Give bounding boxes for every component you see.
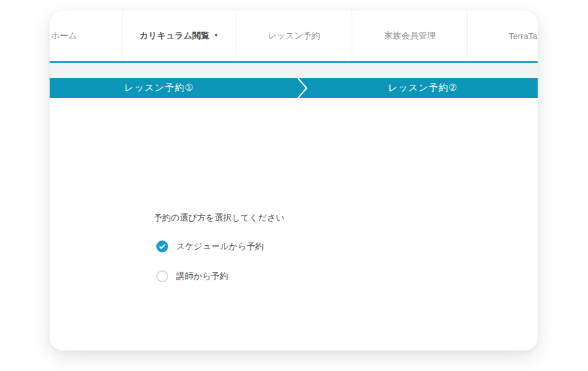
chevron-down-icon: ▼ [213, 33, 219, 38]
top-navigation: ホーム カリキュラム閲覧 ▼ レッスン予約 家族会員管理 TerraTalk [50, 11, 538, 61]
nav-tab-family-management-label: 家族会員管理 [384, 30, 436, 42]
nav-tab-family-management[interactable]: 家族会員管理 [352, 11, 468, 61]
reservation-body: 予約の選び方を選択してください スケジュールから予約 講師から予約 戻る 次へ [50, 98, 538, 350]
radio-option-instructor-label: 講師から予約 [176, 270, 228, 282]
nav-tab-lesson-reservation-label: レッスン予約 [268, 30, 320, 42]
radio-checked-icon[interactable] [156, 240, 168, 252]
main-card: ホーム カリキュラム閲覧 ▼ レッスン予約 家族会員管理 TerraTalk レ… [50, 11, 538, 350]
prompt-text: 予約の選び方を選択してください [154, 212, 285, 224]
nav-tab-terratalk-label: TerraTalk [509, 31, 538, 41]
radio-option-schedule-label: スケジュールから予約 [176, 240, 264, 252]
step-2-label: レッスン予約② [388, 82, 458, 94]
radio-option-schedule[interactable]: スケジュールから予約 [156, 240, 264, 252]
step-2-segment: レッスン予約② [308, 78, 538, 98]
nav-tab-curriculum-label: カリキュラム閲覧 [140, 30, 210, 42]
radio-unchecked-icon[interactable] [156, 270, 168, 282]
step-1-segment: レッスン予約① [50, 78, 268, 98]
chevron-right-icon [297, 78, 308, 98]
nav-tab-terratalk[interactable]: TerraTalk [468, 11, 538, 61]
step-progress-bar: レッスン予約① レッスン予約② [50, 78, 538, 98]
nav-spacer-band [50, 63, 538, 78]
nav-tab-home-label: ホーム [51, 30, 77, 42]
check-icon [159, 244, 166, 249]
nav-tab-lesson-reservation[interactable]: レッスン予約 [236, 11, 352, 61]
nav-tab-home[interactable]: ホーム [50, 11, 122, 61]
nav-tab-curriculum[interactable]: カリキュラム閲覧 ▼ [122, 11, 236, 61]
step-1-label: レッスン予約① [124, 82, 194, 94]
radio-option-instructor[interactable]: 講師から予約 [156, 270, 228, 282]
